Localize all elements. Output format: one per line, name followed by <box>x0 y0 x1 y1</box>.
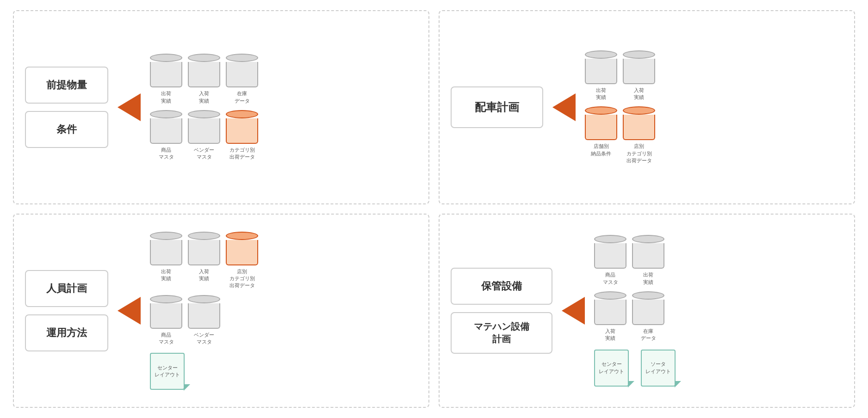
cylinder-icon <box>150 54 182 87</box>
box-q4-1: 保管設備 <box>451 268 552 305</box>
cyl-label: 商品マスタ <box>159 332 174 346</box>
doc-q4-center: センターレイアウト <box>594 350 629 387</box>
q3-cyl-row1: 出荷実績 入荷実績 店別カテゴリ別出荷データ <box>150 232 258 289</box>
cyl-label: ベンダーマスタ <box>194 332 214 346</box>
cyl-label: 店別カテゴリ別出荷データ <box>229 268 255 289</box>
cylinder-icon <box>188 232 220 265</box>
cyl-label: 出荷実績 <box>161 268 171 283</box>
cylinder-icon <box>150 110 182 144</box>
cylinder-icon <box>594 291 626 325</box>
cyl-label: 店別カテゴリ別出荷データ <box>626 143 652 164</box>
cyl-label: 出荷実績 <box>596 87 606 101</box>
box-q3-2: 運用方法 <box>25 314 108 351</box>
cyl-q3-shukko: 出荷実績 <box>150 232 182 283</box>
cyl-top <box>150 295 182 303</box>
q4-left-boxes: 保管設備 マテハン設備計画 <box>451 268 552 354</box>
cyl-body <box>188 240 220 265</box>
cyl-q1-zaiko: 在庫データ <box>226 54 258 104</box>
doc-box: センターレイアウト <box>150 353 185 390</box>
cyl-body <box>226 118 258 144</box>
doc-box: ソータレイアウト <box>641 350 676 387</box>
q3-left-boxes: 人員計画 運用方法 <box>25 270 108 351</box>
q2-cylinders: 出荷実績 入荷実績 店舗別納品条件 <box>585 50 655 165</box>
cyl-body <box>188 62 220 87</box>
cyl-q1-category: カテゴリ別出荷データ <box>226 110 258 161</box>
cyl-top <box>623 50 655 59</box>
cyl-label: 店舗別納品条件 <box>591 143 611 157</box>
cyl-body <box>585 115 617 140</box>
cyl-top <box>585 50 617 59</box>
cyl-top <box>632 291 664 300</box>
cyl-label: 入荷実績 <box>199 268 209 283</box>
cyl-label: 在庫データ <box>641 328 656 342</box>
doc-corner-icon <box>184 384 190 391</box>
doc-q4-sorter: ソータレイアウト <box>641 350 676 387</box>
cyl-label: 入荷実績 <box>199 90 209 104</box>
cylinder-icon <box>226 110 258 144</box>
q1-left-boxes: 前提物量 条件 <box>25 67 108 148</box>
doc-q3-center: センターレイアウト <box>150 353 185 390</box>
cylinder-icon <box>226 232 258 265</box>
q4-cyl-row1: 商品マスタ 出荷実績 <box>594 235 676 286</box>
doc-box: センターレイアウト <box>594 350 629 387</box>
cyl-body <box>623 115 655 140</box>
cyl-q4-zaiko: 在庫データ <box>632 291 664 342</box>
cyl-label: 出荷実績 <box>161 90 171 104</box>
cyl-q2-store-cond: 店舗別納品条件 <box>585 106 617 157</box>
cyl-q1-vendor: ベンダーマスタ <box>188 110 220 161</box>
cyl-label: 出荷実績 <box>643 271 653 286</box>
cyl-q4-shohin: 商品マスタ <box>594 235 626 286</box>
cyl-q4-shukko: 出荷実績 <box>632 235 664 286</box>
arrow-left-icon <box>552 93 576 121</box>
cylinder-icon <box>632 235 664 269</box>
cyl-q1-nyuuka: 入荷実績 <box>188 54 220 104</box>
box-q2-1: 配車計画 <box>451 86 543 128</box>
q4-cyl-row2: 入荷実績 在庫データ <box>594 291 676 342</box>
cylinder-icon <box>623 106 655 140</box>
cyl-top <box>188 232 220 240</box>
cyl-top <box>150 54 182 62</box>
cyl-top <box>188 54 220 62</box>
cyl-body <box>150 240 182 265</box>
cyl-q4-nyuuka: 入荷実績 <box>594 291 626 342</box>
cyl-label: カテゴリ別出荷データ <box>229 147 255 161</box>
cyl-body <box>150 62 182 87</box>
cyl-body <box>594 300 626 325</box>
cyl-label: 商品マスタ <box>603 271 618 286</box>
quadrant-2: 配車計画 出荷実績 入荷実績 <box>439 10 855 204</box>
cyl-top <box>188 295 220 303</box>
cyl-q2-shukko: 出荷実績 <box>585 50 617 101</box>
q1-arrow <box>118 93 141 121</box>
cyl-top <box>226 110 258 118</box>
cyl-body <box>594 243 626 269</box>
cyl-top <box>226 54 258 62</box>
cylinder-icon <box>188 110 220 144</box>
cyl-top <box>632 235 664 243</box>
cyl-label: 在庫データ <box>235 90 250 104</box>
cyl-top <box>150 232 182 240</box>
cyl-q3-nyuuka: 入荷実績 <box>188 232 220 283</box>
q3-cyl-row2: 商品マスタ ベンダーマスタ <box>150 295 258 346</box>
cyl-top <box>594 291 626 300</box>
box-q1-1: 前提物量 <box>25 67 108 104</box>
cylinder-icon <box>594 235 626 269</box>
arrow-left-icon <box>562 297 585 325</box>
doc-corner-icon <box>628 381 634 387</box>
cyl-q3-store-category: 店別カテゴリ別出荷データ <box>226 232 258 289</box>
box-q4-2: マテハン設備計画 <box>451 312 552 354</box>
cyl-body <box>150 118 182 144</box>
quadrant-4: 保管設備 マテハン設備計画 商品マスタ <box>439 214 855 408</box>
cyl-body <box>632 243 664 269</box>
cyl-top <box>226 232 258 240</box>
cylinder-icon <box>188 54 220 87</box>
q1-cyl-row2: 商品マスタ ベンダーマスタ カテゴリ別出荷データ <box>150 110 258 161</box>
cylinder-icon <box>150 295 182 329</box>
q4-arrow <box>562 297 585 325</box>
cyl-top <box>188 110 220 118</box>
q2-cyl-row2: 店舗別納品条件 店別カテゴリ別出荷データ <box>585 106 655 164</box>
arrow-left-icon <box>118 93 141 121</box>
arrow-left-icon <box>118 297 141 325</box>
cylinder-icon <box>585 50 617 84</box>
cyl-body <box>623 59 655 84</box>
main-container: 前提物量 条件 出荷実績 入荷実績 <box>13 10 855 408</box>
